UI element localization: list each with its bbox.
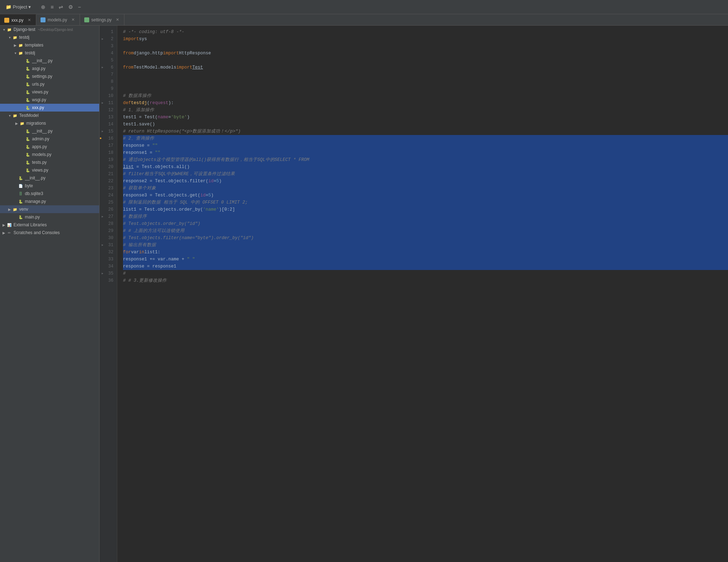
code-line-2: import sys bbox=[123, 36, 728, 43]
line-number-33: 33 bbox=[100, 256, 117, 263]
sidebar-item-scratches[interactable]: ▶ ✏ Scratches and Consoles bbox=[0, 229, 99, 237]
py-file-icon-init-root: 🐍 bbox=[18, 175, 23, 180]
sidebar-item-migrations[interactable]: ▶ 📁 migrations bbox=[0, 119, 99, 127]
tab-bar: xxx.py ✕ models.py ✕ settings.py ✕ bbox=[0, 14, 728, 26]
sidebar-item-urls[interactable]: 🐍 urls.py bbox=[0, 80, 99, 88]
tree-label-testdj-sub: testdj bbox=[25, 50, 99, 55]
line-number-17: 17 bbox=[100, 142, 117, 149]
tab-label-models: models.py bbox=[48, 17, 67, 22]
tab-icon-xxx bbox=[4, 18, 9, 23]
sidebar-item-settings[interactable]: 🐍 settings.py bbox=[0, 72, 99, 80]
sidebar-item-venv[interactable]: ▶ 📁 venv bbox=[0, 205, 99, 213]
tab-settings-py[interactable]: settings.py ✕ bbox=[80, 14, 124, 25]
tree-label-byte: byte bbox=[25, 183, 99, 188]
tree-label-migrations: migrations bbox=[26, 121, 99, 126]
settings-icon-button[interactable]: ⚙ bbox=[67, 3, 74, 11]
sidebar-item-main[interactable]: 🐍 main.py bbox=[0, 213, 99, 221]
sidebar-item-django-test[interactable]: ▾ 📁 Django-test ~/Desktop/Django-test bbox=[0, 26, 99, 33]
toolbar-icons: ⊕ ≡ ⇌ ⚙ − bbox=[39, 3, 82, 11]
code-container[interactable]: 1234567891011121314151617181920212223242… bbox=[100, 26, 728, 562]
tab-xxx-py[interactable]: xxx.py ✕ bbox=[0, 14, 36, 25]
tree-label-templates: templates bbox=[25, 43, 99, 48]
line-number-20: 20 bbox=[100, 163, 117, 171]
code-content[interactable]: # -*- coding: utf-8 -*-import sysfrom dj… bbox=[117, 26, 728, 562]
sidebar-item-byte[interactable]: 📄 byte bbox=[0, 182, 99, 190]
tree-label-views: views.py bbox=[32, 90, 99, 94]
sidebar-item-ext-libs[interactable]: ▶ 📊 External Libraries bbox=[0, 221, 99, 229]
py-file-icon-main: 🐍 bbox=[18, 215, 23, 220]
line-number-8: 8 bbox=[100, 78, 117, 85]
tab-label-settings: settings.py bbox=[91, 17, 112, 22]
expand-arrow-venv: ▶ bbox=[7, 207, 12, 211]
line-number-30: 30 bbox=[100, 234, 117, 242]
code-line-18: response1 = "" bbox=[123, 149, 728, 156]
sidebar-item-templates[interactable]: ▶ 📁 templates bbox=[0, 41, 99, 49]
tree-label-settings: settings.py bbox=[32, 74, 99, 79]
tree-label-main: main.py bbox=[25, 215, 99, 220]
tree-label-testmodel: TestModel bbox=[19, 113, 99, 118]
line-number-6: 6 bbox=[100, 64, 117, 71]
py-file-icon-wsgi: 🐍 bbox=[25, 97, 31, 102]
sidebar-item-models[interactable]: 🐍 models.py bbox=[0, 151, 99, 158]
sidebar: ▾ 📁 Django-test ~/Desktop/Django-test ▾ … bbox=[0, 26, 100, 562]
py-file-icon-tests: 🐍 bbox=[25, 160, 31, 165]
sidebar-item-views-testmodel[interactable]: 🐍 views.py bbox=[0, 166, 99, 174]
line-number-18: 18 bbox=[100, 149, 117, 156]
tree-label-models: models.py bbox=[32, 152, 99, 157]
sidebar-item-manage[interactable]: 🐍 manage.py bbox=[0, 198, 99, 205]
folder-icon: 📁 bbox=[6, 27, 12, 32]
folder-icon: 📁 bbox=[6, 4, 11, 10]
sidebar-item-views[interactable]: 🐍 views.py bbox=[0, 88, 99, 96]
project-dropdown[interactable]: 📁 Project ▾ bbox=[3, 3, 34, 11]
line-number-23: 23 bbox=[100, 185, 117, 192]
sidebar-item-apps[interactable]: 🐍 apps.py bbox=[0, 143, 99, 151]
tree-label-manage: manage.py bbox=[25, 199, 99, 204]
code-line-3 bbox=[123, 43, 728, 50]
tab-close-models[interactable]: ✕ bbox=[71, 17, 75, 22]
add-icon-button[interactable]: ⊕ bbox=[39, 3, 47, 11]
sidebar-item-init-testdj[interactable]: 🐍 __init__.py bbox=[0, 57, 99, 65]
tree-label-views-testmodel: views.py bbox=[32, 168, 99, 173]
sidebar-item-admin[interactable]: 🐍 admin.py bbox=[0, 135, 99, 143]
sidebar-item-init-testmodel[interactable]: 🐍 __init__.py bbox=[0, 127, 99, 135]
line-number-21: 21 bbox=[100, 171, 117, 178]
expand-arrow-scratches: ▶ bbox=[1, 231, 6, 235]
code-line-33: response1 += var.name + " " bbox=[123, 256, 728, 263]
tab-close-settings[interactable]: ✕ bbox=[115, 17, 120, 22]
sidebar-item-asgi[interactable]: 🐍 asgi.py bbox=[0, 65, 99, 72]
sidebar-item-testdj-root[interactable]: ▾ 📁 testdj bbox=[0, 33, 99, 41]
py-file-icon-models: 🐍 bbox=[25, 152, 31, 157]
tab-label-xxx: xxx.py bbox=[11, 18, 23, 23]
minus-icon-button[interactable]: − bbox=[76, 3, 82, 11]
sidebar-item-tests[interactable]: 🐍 tests.py bbox=[0, 158, 99, 166]
line-number-11: 11 bbox=[100, 99, 117, 107]
tab-models-py[interactable]: models.py ✕ bbox=[36, 14, 80, 25]
tree-label-asgi: asgi.py bbox=[32, 66, 99, 71]
scratches-icon: ✏ bbox=[6, 230, 12, 235]
tree-label-xxx: xxx.py bbox=[32, 105, 99, 110]
editor-area: 1234567891011121314151617181920212223242… bbox=[100, 26, 728, 562]
code-line-36: # # 3.更新修改操作 bbox=[123, 277, 728, 284]
sidebar-item-testmodel[interactable]: ▾ 📁 TestModel bbox=[0, 112, 99, 119]
line-numbers: 1234567891011121314151617181920212223242… bbox=[100, 26, 117, 562]
sidebar-item-xxx[interactable]: 🐍 xxx.py bbox=[0, 104, 99, 112]
py-file-icon-asgi: 🐍 bbox=[25, 66, 31, 71]
sidebar-item-wsgi[interactable]: 🐍 wsgi.py bbox=[0, 96, 99, 104]
sidebar-item-db[interactable]: 🗄 db.sqlite3 bbox=[0, 190, 99, 198]
line-number-36: 36 bbox=[100, 277, 117, 284]
tree-label-ext-libs: External Libraries bbox=[14, 222, 99, 227]
line-number-2: 2 bbox=[100, 36, 117, 43]
folder-icon-testmodel: 📁 bbox=[12, 113, 18, 118]
code-line-34: response = response1 bbox=[123, 263, 728, 270]
code-line-5 bbox=[123, 57, 728, 64]
sidebar-item-init-root[interactable]: 🐍 __init__.py bbox=[0, 174, 99, 182]
tab-close-xxx[interactable]: ✕ bbox=[27, 18, 32, 22]
line-number-13: 13 bbox=[100, 114, 117, 121]
line-number-4: 4 bbox=[100, 50, 117, 57]
sidebar-item-testdj-sub[interactable]: ▾ 📁 testdj bbox=[0, 49, 99, 57]
code-line-14: test1.save() bbox=[123, 121, 728, 128]
tree-label-db: db.sqlite3 bbox=[25, 191, 99, 196]
code-line-11: def testdj(request): bbox=[123, 99, 728, 107]
layout-icon-button[interactable]: ⇌ bbox=[57, 3, 65, 11]
list-icon-button[interactable]: ≡ bbox=[49, 3, 55, 11]
